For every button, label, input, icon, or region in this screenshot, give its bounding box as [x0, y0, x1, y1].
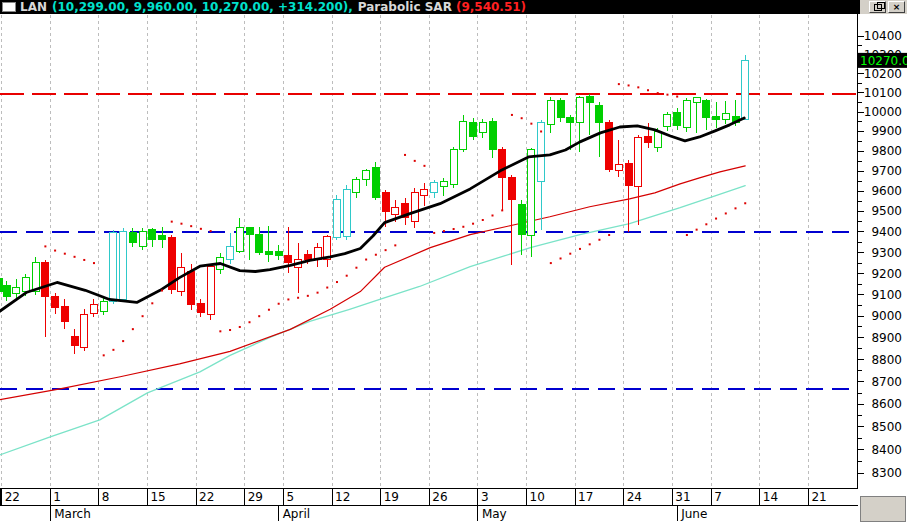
candlestick [13, 288, 20, 294]
candlestick [528, 150, 535, 236]
sar-dot [657, 92, 659, 94]
candlestick [285, 256, 292, 263]
candlestick [596, 105, 603, 123]
title-indicator-name: Parabolic SAR [358, 0, 452, 14]
sar-dot [229, 329, 231, 331]
y-axis-label: 8600 [871, 397, 902, 411]
candlestick [489, 122, 496, 150]
sar-dot [676, 96, 678, 98]
title-quote-values: (10,299.00, 9,960.00, 10,270.00, +314.20… [52, 0, 353, 14]
y-axis-label: 10200 [864, 67, 902, 81]
candlestick [460, 122, 467, 150]
title-symbol: LAN [20, 0, 47, 14]
sar-dot [511, 114, 513, 116]
sar-dot [725, 212, 727, 214]
y-axis-label: 9700 [871, 164, 902, 178]
sar-dot [735, 207, 737, 209]
week-label: 19 [384, 490, 399, 504]
candlestick [742, 60, 749, 119]
candlestick [674, 113, 681, 126]
sar-dot [618, 83, 620, 85]
week-label: 10 [530, 490, 545, 504]
candlestick [693, 98, 700, 103]
candlestick [22, 277, 29, 291]
price-chart[interactable]: 8300840085008600870088008900900091009200… [0, 0, 907, 523]
candlestick [654, 132, 661, 147]
sar-dot [462, 226, 464, 228]
sar-dot [550, 262, 552, 264]
sar-dot [530, 123, 532, 125]
week-label: 14 [763, 490, 778, 504]
y-axis-label: 9000 [871, 309, 902, 323]
candlestick [197, 303, 204, 312]
candlestick [431, 183, 438, 193]
candlestick [363, 171, 370, 180]
sar-dot [492, 214, 494, 216]
sar-dot [142, 315, 144, 317]
sar-dot [560, 257, 562, 259]
candlestick [713, 117, 720, 120]
sar-dot [414, 160, 416, 162]
candlestick [61, 306, 68, 321]
y-axis-label: 10400 [864, 29, 902, 43]
title-indicator-value: (9,540.51) [456, 0, 526, 14]
week-label: 17 [578, 490, 593, 504]
sar-dot [589, 243, 591, 245]
candlestick [333, 200, 340, 238]
sar-dot [696, 229, 698, 231]
sar-dot [297, 297, 299, 299]
candlestick [372, 168, 379, 198]
sar-dot [287, 298, 289, 300]
candlestick [470, 123, 477, 137]
sar-dot [132, 328, 134, 330]
week-label: 21 [811, 490, 826, 504]
sar-dot [715, 218, 717, 220]
metastock-chart-window: 8300840085008600870088008900900091009200… [0, 0, 907, 523]
sar-dot [219, 330, 221, 332]
sar-dot [569, 253, 571, 255]
candlestick [81, 314, 88, 347]
sar-dot [210, 230, 212, 232]
week-label: 22 [199, 490, 214, 504]
sar-dot [637, 86, 639, 88]
y-axis-label: 9900 [871, 124, 902, 138]
y-axis-label: 9600 [871, 184, 902, 198]
sar-dot [103, 354, 105, 356]
sar-dot [394, 244, 396, 246]
sar-dot [521, 117, 523, 119]
restore-button[interactable] [869, 1, 886, 13]
sar-dot [540, 130, 542, 132]
sar-dot [579, 248, 581, 250]
sar-dot [93, 262, 95, 264]
week-label: 1 [53, 490, 61, 504]
candlestick [411, 193, 418, 222]
candlestick [557, 101, 564, 118]
close-button[interactable]: × [888, 1, 905, 13]
week-label: 8 [102, 490, 110, 504]
candlestick [139, 232, 146, 247]
sar-dot [171, 221, 173, 223]
candlestick [450, 150, 457, 185]
candlestick [110, 233, 117, 302]
candlestick [440, 182, 447, 187]
week-label: 12 [335, 490, 350, 504]
sar-dot [375, 254, 377, 256]
y-axis-label: 8500 [871, 420, 902, 434]
sar-dot [433, 232, 435, 234]
week-label: 24 [627, 490, 642, 504]
sar-dot [453, 228, 455, 230]
candlestick [120, 232, 127, 300]
candlestick [518, 205, 525, 235]
week-label: 15 [150, 490, 165, 504]
week-label: 31 [675, 490, 690, 504]
candlestick [576, 98, 583, 123]
sar-dot [365, 259, 367, 261]
sar-dot [239, 326, 241, 328]
window-titlebar[interactable]: LAN (10,299.00, 9,960.00, 10,270.00, +31… [0, 0, 907, 14]
window-size-grip[interactable] [860, 496, 906, 522]
y-axis-label: 10000 [864, 105, 902, 119]
sar-dot [744, 202, 746, 204]
candlestick [265, 252, 272, 255]
candlestick [625, 164, 632, 186]
candlestick [635, 138, 642, 187]
